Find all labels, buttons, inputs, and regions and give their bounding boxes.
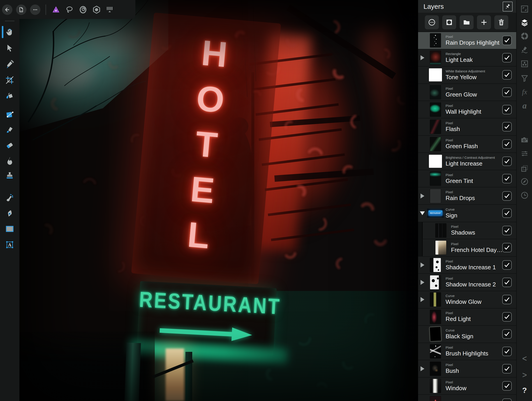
brushes-studio-icon[interactable] <box>517 44 532 55</box>
colour-studio-icon[interactable] <box>517 31 532 42</box>
layer-row[interactable]: CurveWindow Glow <box>418 291 516 308</box>
layer-row[interactable]: PixelRed Light <box>418 308 516 326</box>
layer-type-label: Pixel <box>446 190 502 194</box>
layer-row[interactable]: PixelShadows <box>418 222 516 239</box>
layer-visibility-checkbox[interactable] <box>502 36 512 45</box>
history-studio-icon[interactable] <box>517 190 532 201</box>
disclosure-toggle[interactable] <box>418 194 427 199</box>
layer-fx-icon[interactable]: fx <box>517 86 532 97</box>
layer-visibility-checkbox[interactable] <box>502 53 512 63</box>
typography-icon[interactable]: a <box>517 100 532 111</box>
layer-visibility-checkbox[interactable] <box>502 260 512 270</box>
gradient-tool[interactable] <box>0 108 19 121</box>
layer-row[interactable]: PixelBrush Highlights <box>418 343 516 360</box>
layer-row[interactable]: PixelFlash <box>418 119 516 136</box>
layer-row[interactable]: PixelGreen Flash <box>418 136 516 153</box>
pen-tool[interactable] <box>0 207 19 220</box>
disclosure-toggle[interactable] <box>418 263 427 268</box>
layer-visibility-checkbox[interactable] <box>502 174 512 183</box>
layers-studio-icon[interactable] <box>517 17 532 28</box>
disclosure-toggle[interactable] <box>418 55 427 60</box>
layer-row[interactable]: PixelShadow Increase 2 <box>418 274 516 291</box>
paint-brush-tool[interactable] <box>0 124 19 137</box>
layer-visibility-checkbox[interactable] <box>502 278 512 287</box>
layer-options-button[interactable] <box>425 15 439 29</box>
layer-visibility-checkbox[interactable] <box>502 208 512 218</box>
disclosure-toggle[interactable] <box>418 297 427 302</box>
layer-visibility-checkbox[interactable] <box>502 105 512 114</box>
layer-row[interactable]: Brightness / Contrast AdjustmentLight In… <box>418 153 516 170</box>
move-tool[interactable] <box>0 42 19 55</box>
layer-row[interactable]: White Balance AdjustmentTone Yellow <box>418 67 516 84</box>
selections-persona[interactable] <box>65 5 74 14</box>
export-persona[interactable] <box>105 5 114 14</box>
crop-tool[interactable] <box>0 74 19 87</box>
layer-visibility-checkbox[interactable] <box>502 399 512 401</box>
transform-studio-icon[interactable] <box>517 163 532 174</box>
stock-studio-icon[interactable] <box>517 134 532 145</box>
disclosure-toggle[interactable] <box>418 211 427 215</box>
chevron-left-icon[interactable]: < <box>517 353 532 364</box>
layer-visibility-checkbox[interactable] <box>502 139 512 149</box>
erase-brush-tool[interactable] <box>0 139 19 152</box>
layer-row[interactable]: PixelGreen Glow <box>418 84 516 101</box>
layer-visibility-checkbox[interactable] <box>502 312 512 322</box>
layer-row[interactable]: RectangleLight Leak <box>418 49 516 67</box>
layer-row[interactable]: PixelShadow Increase 1 <box>418 257 516 274</box>
filters-studio-icon[interactable] <box>517 73 532 84</box>
layer-visibility-checkbox[interactable] <box>502 243 512 252</box>
develop-persona[interactable] <box>92 5 101 14</box>
layer-row[interactable]: PixelRain Drops Highlight <box>418 32 516 49</box>
layer-visibility-checkbox[interactable] <box>502 70 512 80</box>
layer-visibility-checkbox[interactable] <box>502 347 512 356</box>
text-tool[interactable]: A <box>0 238 19 251</box>
dodge-burn-tool[interactable] <box>0 154 19 167</box>
view-tool[interactable] <box>0 25 19 38</box>
focus-frame-icon[interactable] <box>517 4 532 14</box>
layer-row[interactable]: PixelGreen Tint <box>418 170 516 188</box>
layer-visibility-checkbox[interactable] <box>502 364 512 374</box>
layer-visibility-checkbox[interactable] <box>502 329 512 339</box>
layer-row[interactable]: PixelWindow <box>418 377 516 395</box>
shape-tool[interactable] <box>0 222 19 235</box>
colour-picker-tool[interactable] <box>0 57 19 71</box>
layer-visibility-checkbox[interactable] <box>502 88 512 97</box>
flood-fill-tool[interactable] <box>0 90 19 103</box>
mask-button[interactable] <box>442 15 456 29</box>
navigator-studio-icon[interactable] <box>517 176 532 187</box>
layer-row[interactable]: RESTAURANTCurveSign <box>418 205 516 222</box>
undo-brush-tool[interactable] <box>0 191 19 204</box>
disclosure-toggle[interactable] <box>418 280 427 285</box>
layer-meta: PixelRain Drops <box>444 190 502 202</box>
clone-stamp-tool[interactable] <box>0 169 19 182</box>
layer-visibility-checkbox[interactable] <box>502 295 512 304</box>
layer-row[interactable]: CurveBlack Sign <box>418 326 516 343</box>
chevron-right-icon[interactable]: > <box>517 370 532 381</box>
layer-visibility-checkbox[interactable] <box>502 122 512 132</box>
swatches-studio-icon[interactable] <box>517 58 532 69</box>
disclosure-toggle[interactable] <box>418 366 427 371</box>
layer-visibility-checkbox[interactable] <box>502 381 512 391</box>
photo-persona[interactable] <box>51 5 61 14</box>
layer-row[interactable]: Pixel <box>418 395 516 401</box>
more-options-button[interactable] <box>30 5 40 15</box>
layer-row[interactable]: PixelRain Drops <box>418 188 516 205</box>
layer-row[interactable]: PixelWall Highlight <box>418 101 516 119</box>
liquify-persona[interactable] <box>78 5 88 14</box>
layer-type-label: Pixel <box>446 138 502 142</box>
document-canvas[interactable]: HOTEL RESTAURANT <box>19 0 418 401</box>
layer-visibility-checkbox[interactable] <box>502 157 512 166</box>
delete-layer-button[interactable] <box>494 15 508 29</box>
layer-visibility-checkbox[interactable] <box>502 226 512 235</box>
adjustments-studio-icon[interactable] <box>517 148 532 159</box>
layer-visibility-checkbox[interactable] <box>502 191 512 201</box>
layer-thumbnail-image <box>430 85 441 99</box>
back-button[interactable] <box>2 5 13 15</box>
pin-panel-button[interactable] <box>503 2 513 12</box>
help-icon[interactable]: ? <box>517 385 532 395</box>
add-layer-button[interactable] <box>477 15 491 29</box>
layer-row[interactable]: PixelFrench Hotel Day… <box>418 239 516 257</box>
document-button[interactable] <box>16 5 26 15</box>
group-button[interactable] <box>460 15 474 29</box>
layer-row[interactable]: PixelBush <box>418 360 516 377</box>
